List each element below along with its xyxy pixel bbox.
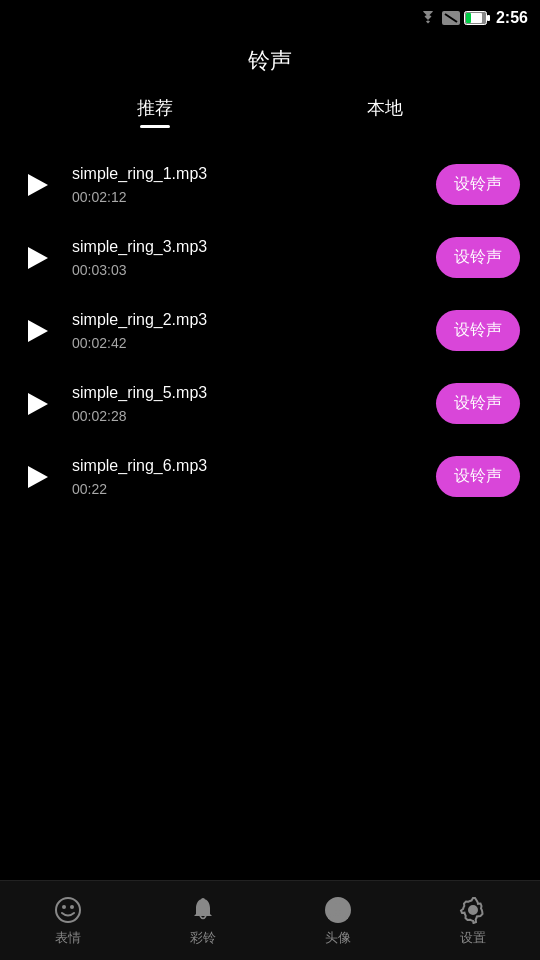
play-triangle-icon xyxy=(28,393,48,415)
song-info-3: simple_ring_2.mp3 00:02:42 xyxy=(72,311,420,351)
play-button-2[interactable] xyxy=(20,240,56,276)
song-info-4: simple_ring_5.mp3 00:02:28 xyxy=(72,384,420,424)
svg-point-9 xyxy=(201,898,205,902)
nav-item-emoji[interactable]: 表情 xyxy=(53,895,83,947)
wifi-icon xyxy=(418,11,438,26)
app-title: 铃声 xyxy=(0,36,540,96)
svg-point-7 xyxy=(62,905,66,909)
gear-icon xyxy=(458,895,488,925)
song-duration-2: 00:03:03 xyxy=(72,262,420,278)
set-ringtone-button-5[interactable]: 设铃声 xyxy=(436,456,520,497)
set-ringtone-button-4[interactable]: 设铃声 xyxy=(436,383,520,424)
bottom-nav: 表情 彩铃 头像 设置 xyxy=(0,880,540,960)
emoji-icon xyxy=(53,895,83,925)
song-duration-4: 00:02:28 xyxy=(72,408,420,424)
tab-local[interactable]: 本地 xyxy=(367,96,403,128)
song-info-2: simple_ring_3.mp3 00:03:03 xyxy=(72,238,420,278)
nav-item-avatar[interactable]: 头像 xyxy=(323,895,353,947)
list-item: simple_ring_2.mp3 00:02:42 设铃声 xyxy=(0,294,540,367)
tabs-container: 推荐 本地 xyxy=(0,96,540,128)
nav-label-settings: 设置 xyxy=(460,929,486,947)
play-button-3[interactable] xyxy=(20,313,56,349)
song-name-2: simple_ring_3.mp3 xyxy=(72,238,420,256)
svg-rect-3 xyxy=(487,15,490,21)
song-duration-5: 00:22 xyxy=(72,481,420,497)
song-info-5: simple_ring_6.mp3 00:22 xyxy=(72,457,420,497)
song-duration-1: 00:02:12 xyxy=(72,189,420,205)
set-ringtone-button-2[interactable]: 设铃声 xyxy=(436,237,520,278)
svg-point-11 xyxy=(334,903,342,911)
song-name-1: simple_ring_1.mp3 xyxy=(72,165,420,183)
song-info-1: simple_ring_1.mp3 00:02:12 xyxy=(72,165,420,205)
song-name-5: simple_ring_6.mp3 xyxy=(72,457,420,475)
play-button-1[interactable] xyxy=(20,167,56,203)
list-item: simple_ring_3.mp3 00:03:03 设铃声 xyxy=(0,221,540,294)
set-ringtone-button-3[interactable]: 设铃声 xyxy=(436,310,520,351)
song-name-4: simple_ring_5.mp3 xyxy=(72,384,420,402)
nav-label-ringtone: 彩铃 xyxy=(190,929,216,947)
avatar-icon xyxy=(323,895,353,925)
nav-item-settings[interactable]: 设置 xyxy=(458,895,488,947)
play-triangle-icon xyxy=(28,320,48,342)
nav-item-ringtone[interactable]: 彩铃 xyxy=(188,895,218,947)
status-bar: 2:56 xyxy=(0,0,540,36)
bell-icon xyxy=(188,895,218,925)
status-icons xyxy=(418,11,490,26)
tab-recommend[interactable]: 推荐 xyxy=(137,96,173,128)
list-item: simple_ring_5.mp3 00:02:28 设铃声 xyxy=(0,367,540,440)
song-name-3: simple_ring_2.mp3 xyxy=(72,311,420,329)
set-ringtone-button-1[interactable]: 设铃声 xyxy=(436,164,520,205)
nav-label-emoji: 表情 xyxy=(55,929,81,947)
play-triangle-icon xyxy=(28,466,48,488)
play-triangle-icon xyxy=(28,247,48,269)
battery-icon xyxy=(464,11,490,25)
signal-blocked-icon xyxy=(442,11,460,25)
play-button-5[interactable] xyxy=(20,459,56,495)
play-button-4[interactable] xyxy=(20,386,56,422)
song-duration-3: 00:02:42 xyxy=(72,335,420,351)
nav-label-avatar: 头像 xyxy=(325,929,351,947)
song-list: simple_ring_1.mp3 00:02:12 设铃声 simple_ri… xyxy=(0,138,540,862)
time-display: 2:56 xyxy=(496,9,528,27)
svg-point-6 xyxy=(56,898,80,922)
svg-point-8 xyxy=(70,905,74,909)
svg-rect-5 xyxy=(466,13,471,23)
list-item: simple_ring_6.mp3 00:22 设铃声 xyxy=(0,440,540,513)
list-item: simple_ring_1.mp3 00:02:12 设铃声 xyxy=(0,148,540,221)
play-triangle-icon xyxy=(28,174,48,196)
